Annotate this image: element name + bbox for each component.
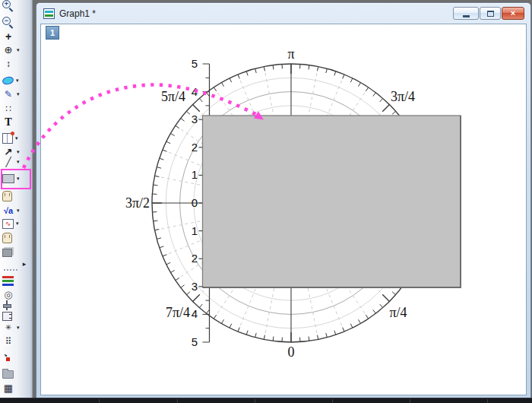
dropdown-arrow-icon[interactable]: ▾ [17, 325, 20, 331]
layer-1-button[interactable]: 1 [46, 26, 59, 40]
dropdown-arrow-icon[interactable]: ▾ [16, 221, 19, 227]
graph-page-canvas[interactable]: 1 [40, 24, 527, 395]
close-button[interactable]: × [502, 7, 524, 20]
window-title: Graph1 * [59, 8, 96, 19]
insert-graph-tool-icon: ∿ [2, 219, 14, 229]
draw-data-tool-icon: ✎ [2, 88, 14, 100]
window-edge-divider [255, 399, 255, 403]
equation-tool-icon: √a [2, 205, 14, 217]
window-edge-divider [332, 399, 333, 403]
pan-tool[interactable] [0, 189, 30, 203]
graph-window-icon [43, 8, 55, 19]
zoom-in-tool-icon: + [2, 0, 13, 11]
slider-control-tool-icon [2, 300, 11, 310]
dropdown-arrow-icon[interactable]: ▾ [17, 47, 20, 53]
cluster-tool[interactable]: ∷ [0, 102, 30, 116]
data-reader-tool[interactable]: ⊕▾ [0, 43, 30, 57]
folder-stamp-tool-icon [2, 370, 14, 379]
minimize-button[interactable] [453, 7, 479, 20]
window-edge-divider [99, 399, 100, 403]
zoom-out-tool-icon: − [2, 17, 13, 27]
folder-stamp-tool[interactable] [0, 367, 30, 380]
pan-tool-icon [2, 191, 12, 202]
window-controls: × [453, 7, 524, 20]
zoom-out-tool[interactable]: − [0, 15, 30, 29]
data-selector-tool[interactable]: ↕ [0, 57, 30, 71]
rectangle-tool[interactable]: ▾ [0, 172, 30, 186]
rescale-cube-tool-icon [2, 249, 12, 257]
equation-tool[interactable]: √a▾ [0, 204, 30, 217]
minimize-icon [463, 15, 470, 17]
timer-stamp-tool[interactable]: ◔ [0, 349, 30, 363]
mask-range-tool-icon [2, 75, 14, 85]
mask-range-tool[interactable]: ▾ [0, 74, 30, 87]
background-window-edge [0, 398, 532, 403]
dice-tool-icon: ⠿ [2, 335, 14, 347]
data-reader-tool-icon: ⊕ [2, 44, 14, 56]
dropdown-arrow-icon[interactable]: ▾ [17, 91, 20, 97]
dropdown-arrow-icon[interactable]: ▾ [16, 78, 19, 84]
window-edge-divider [410, 399, 410, 403]
star-annotation-tool[interactable]: ✳▾ [0, 321, 30, 335]
worksheet-grid-tool[interactable]: ▦ [0, 382, 30, 395]
layer-hand-tool-icon [2, 233, 12, 243]
layer-hand-tool[interactable] [0, 231, 30, 245]
origin-app: { "window": { "title": "Graph1 *", "laye… [0, 0, 532, 403]
dropdown-arrow-icon[interactable]: ▾ [17, 149, 20, 155]
rectangle-tool-icon [2, 174, 14, 183]
insert-graph-tool[interactable]: ∿▾ [0, 217, 30, 230]
cluster-tool-icon: ∷ [2, 103, 14, 115]
zoom-in-tool[interactable]: + [0, 0, 30, 12]
text-tool[interactable]: T [0, 116, 30, 129]
color-scale-tool-icon [2, 276, 14, 278]
draw-data-tool[interactable]: ✎▾ [0, 87, 30, 101]
dice-tool[interactable]: ⠿ [0, 335, 30, 348]
text-tool-icon: T [2, 116, 14, 129]
line-tool[interactable]: ╱▾ [0, 155, 30, 169]
dropdown-arrow-icon[interactable]: ▾ [15, 135, 18, 141]
color-scale-tool[interactable] [0, 274, 30, 287]
new-legend-tool-icon [2, 133, 13, 144]
line-tool-icon: ╱ [2, 156, 14, 168]
new-legend-tool[interactable]: ▾ [0, 132, 30, 145]
star-annotation-tool-icon: ✳ [2, 322, 14, 334]
worksheet-grid-tool-icon: ▦ [2, 382, 14, 395]
dropdown-arrow-icon[interactable]: ▾ [17, 208, 20, 214]
maximize-button[interactable] [480, 7, 501, 20]
graph-window: Graph1 * × 1 [36, 2, 531, 400]
window-edge-divider [487, 399, 488, 403]
close-icon: × [511, 9, 515, 17]
tools-toolbar: +−+⊕▾↕▾✎▾∷T▾↗▾╱▾▾√a▾∿▾▸◎✳▾⠿◔▦ [0, 0, 33, 398]
maximize-icon [487, 11, 494, 17]
screen-reader-tool[interactable]: + [0, 30, 30, 43]
timer-stamp-tool-icon: ◔ [2, 351, 8, 360]
dropdown-arrow-icon[interactable]: ▾ [17, 159, 20, 165]
window-edge-divider [177, 399, 178, 403]
screen-reader-tool-icon: + [2, 30, 14, 43]
data-selector-tool-icon: ↕ [2, 58, 14, 70]
graph-window-titlebar[interactable]: Graph1 * × [36, 3, 530, 24]
dropdown-arrow-icon[interactable]: ▾ [17, 176, 20, 182]
group-edit-tool-icon [2, 312, 12, 321]
